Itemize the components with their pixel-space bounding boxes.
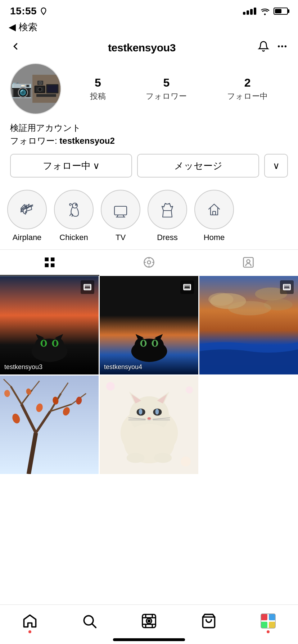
svg-rect-10 xyxy=(36,94,56,97)
highlight-dress[interactable]: Dress xyxy=(148,190,187,242)
location-icon xyxy=(40,7,48,15)
profile-username: testkensyou3 xyxy=(108,42,176,54)
nav-profile[interactable] xyxy=(260,613,276,629)
svg-rect-20 xyxy=(45,258,49,262)
message-button[interactable]: メッセージ xyxy=(137,154,259,178)
highlight-label-chicken: Chicken xyxy=(59,233,88,242)
avatar[interactable] xyxy=(10,63,61,114)
highlight-home[interactable]: Home xyxy=(194,190,234,242)
svg-rect-111 xyxy=(261,622,267,628)
bio-follower-link[interactable]: testkensyou2 xyxy=(59,136,114,146)
highlight-tv[interactable]: TV xyxy=(101,190,140,242)
photo-grid: testkensyou3 xyxy=(0,276,298,474)
svg-point-36 xyxy=(54,340,57,346)
bell-icon[interactable] xyxy=(258,41,269,55)
tab-tagged[interactable] xyxy=(199,250,298,276)
grid-image-4 xyxy=(0,376,99,474)
battery-icon xyxy=(274,8,288,15)
tab-grid[interactable] xyxy=(0,250,99,276)
search-label: 検索 xyxy=(19,21,37,33)
svg-point-27 xyxy=(247,260,250,263)
highlight-circle-tv[interactable] xyxy=(101,190,140,229)
svg-rect-110 xyxy=(269,614,275,620)
nav-shop[interactable] xyxy=(201,613,217,629)
signal-icon xyxy=(243,8,256,15)
svg-point-7 xyxy=(39,88,41,91)
reel-badge-3 xyxy=(280,280,294,294)
highlight-chicken[interactable]: Chicken xyxy=(54,190,94,242)
nav-home-dot xyxy=(28,630,31,633)
home-indicator xyxy=(113,638,185,641)
more-icon[interactable] xyxy=(276,41,288,55)
nav-search[interactable] xyxy=(81,613,97,629)
highlight-circle-chicken[interactable] xyxy=(54,190,94,229)
highlight-circle-dress[interactable] xyxy=(148,190,187,229)
bottom-spacer xyxy=(0,474,298,521)
posts-count: 5 xyxy=(95,76,101,89)
highlight-circle-airplane[interactable] xyxy=(7,190,47,229)
grid-item-2[interactable]: testkensyou4 xyxy=(100,276,198,374)
posts-stat[interactable]: 5 投稿 xyxy=(90,76,106,102)
grid-username-2: testkensyou4 xyxy=(104,363,142,371)
svg-point-94 xyxy=(106,382,115,391)
svg-rect-23 xyxy=(51,263,55,267)
svg-point-84 xyxy=(139,409,143,415)
highlight-label-tv: TV xyxy=(116,233,126,242)
tab-reels[interactable] xyxy=(99,250,199,276)
grid-item-3[interactable] xyxy=(199,276,298,374)
grid-item-1[interactable]: testkensyou3 xyxy=(0,276,99,374)
avatar-svg xyxy=(32,63,60,114)
wifi-icon xyxy=(260,7,270,15)
nav-reels[interactable] xyxy=(141,613,157,629)
status-icons xyxy=(243,7,288,15)
svg-point-85 xyxy=(155,409,159,415)
svg-point-35 xyxy=(42,340,45,346)
svg-rect-26 xyxy=(244,258,253,267)
content-tabs xyxy=(0,249,298,276)
svg-point-96 xyxy=(181,456,191,466)
bio-section: 検証用アカウント フォロワー: testkensyou2 xyxy=(0,120,298,154)
grid-item-4[interactable] xyxy=(0,376,99,474)
svg-point-14 xyxy=(76,204,77,206)
svg-point-46 xyxy=(142,340,145,346)
status-bar: 15:55 xyxy=(0,0,298,19)
posts-label: 投稿 xyxy=(90,91,106,102)
svg-line-98 xyxy=(92,624,96,627)
profile-section: 5 投稿 5 フォロワー 2 フォロー中 xyxy=(0,60,298,120)
grid-item-bg-5 xyxy=(100,376,198,474)
followers-stat[interactable]: 5 フォロワー xyxy=(146,76,187,102)
svg-point-25 xyxy=(148,261,151,264)
svg-rect-9 xyxy=(47,85,58,92)
highlight-circle-home[interactable] xyxy=(194,190,234,229)
nav-home[interactable] xyxy=(22,613,38,629)
message-button-label: メッセージ xyxy=(174,160,222,172)
more-button[interactable]: ∨ xyxy=(264,154,288,178)
highlight-airplane[interactable]: Airplane xyxy=(7,190,47,242)
svg-point-101 xyxy=(148,620,150,622)
back-button[interactable] xyxy=(10,41,32,55)
follow-chevron-icon: ∨ xyxy=(93,160,100,171)
svg-point-47 xyxy=(153,340,156,346)
profile-stats: 5 投稿 5 フォロワー 2 フォロー中 xyxy=(70,76,288,102)
highlight-label-home: Home xyxy=(204,233,225,242)
svg-point-1 xyxy=(281,45,283,47)
grid-username-1: testkensyou3 xyxy=(4,363,42,371)
svg-point-12 xyxy=(39,81,42,84)
reel-badge-2 xyxy=(180,280,194,294)
svg-point-95 xyxy=(186,386,193,394)
followers-label: フォロワー xyxy=(146,91,187,102)
svg-point-86 xyxy=(148,417,151,420)
search-bar-row: ◀ 検索 xyxy=(0,19,298,37)
svg-rect-15 xyxy=(114,206,127,215)
follow-button[interactable]: フォロー中 ∨ xyxy=(10,154,132,178)
svg-point-0 xyxy=(278,45,280,47)
followers-count: 5 xyxy=(163,76,170,89)
svg-rect-19 xyxy=(213,211,216,215)
search-back-icon: ◀ xyxy=(9,22,16,33)
svg-rect-22 xyxy=(45,263,49,267)
following-stat[interactable]: 2 フォロー中 xyxy=(227,76,268,102)
more-chevron-icon: ∨ xyxy=(273,160,280,171)
svg-rect-21 xyxy=(51,258,55,262)
grid-item-5[interactable] xyxy=(100,376,198,474)
highlight-label-dress: Dress xyxy=(157,233,177,242)
